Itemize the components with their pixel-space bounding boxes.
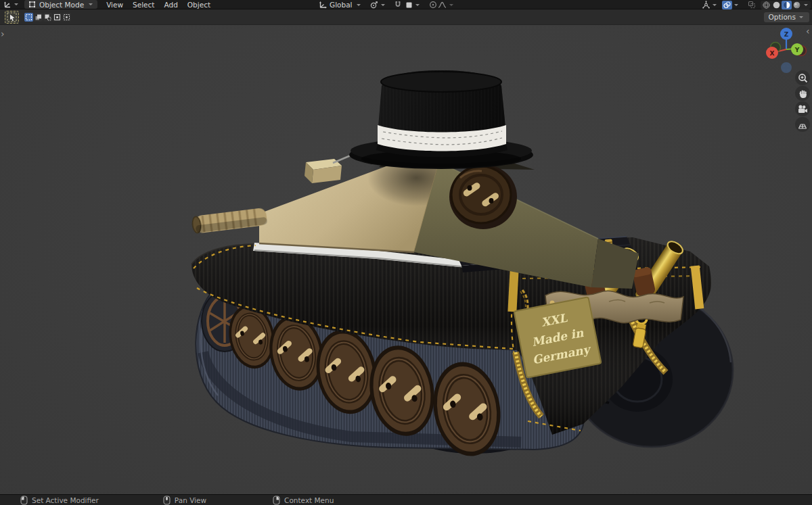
gizmo-axis-y[interactable]: Y xyxy=(791,43,803,55)
snap-magnet-icon[interactable] xyxy=(393,1,403,9)
toggle-xray-icon[interactable] xyxy=(747,1,757,9)
select-mode-extend[interactable] xyxy=(34,13,43,22)
menu-add[interactable]: Add xyxy=(159,1,182,9)
select-mode-invert[interactable] xyxy=(53,13,62,22)
camera-icon xyxy=(797,104,808,114)
svg-text:Y: Y xyxy=(794,47,800,53)
status-hint-label: Set Active Modifier xyxy=(32,496,99,504)
gun-barrel[interactable] xyxy=(191,208,267,234)
select-mode-subtract[interactable] xyxy=(43,13,52,22)
hand-icon xyxy=(798,89,808,99)
middle-mouse-icon xyxy=(163,496,171,505)
orientation-caret[interactable] xyxy=(357,4,361,6)
shading-solid-icon[interactable] xyxy=(771,1,782,9)
falloff-caret[interactable] xyxy=(449,4,453,6)
status-hint-label: Pan View xyxy=(175,496,206,504)
status-hint-lmb: Set Active Modifier xyxy=(20,496,99,505)
status-bar: Set Active Modifier Pan View Context Men… xyxy=(0,494,812,505)
shading-mode-group xyxy=(761,1,811,9)
menu-select[interactable]: Select xyxy=(128,1,159,9)
status-hint-rmb: Context Menu xyxy=(273,496,334,505)
orientation-value[interactable]: Global xyxy=(330,1,353,9)
turret-hatch xyxy=(304,155,351,183)
select-mode-intersect[interactable] xyxy=(62,13,71,22)
mode-selector-caret xyxy=(89,3,93,5)
object-mode-icon xyxy=(27,0,37,9)
svg-text:X: X xyxy=(770,50,775,57)
navigation-gizmo[interactable]: Z X Y xyxy=(762,27,812,74)
toggle-perspective-button[interactable] xyxy=(795,117,810,132)
snap-caret[interactable] xyxy=(415,4,420,6)
gizmo-axis-neg-z[interactable] xyxy=(781,62,792,73)
show-overlays-icon[interactable] xyxy=(722,1,732,9)
shading-caret[interactable] xyxy=(804,4,808,6)
falloff-curve-icon[interactable] xyxy=(438,1,447,9)
sidebar-expand-toggle[interactable]: ‹ xyxy=(806,27,810,35)
left-mouse-icon xyxy=(20,496,28,505)
select-box-tool-button[interactable] xyxy=(5,11,19,24)
shading-rendered-icon[interactable] xyxy=(792,1,802,9)
made-in-germany-label: XXL Made in Germany xyxy=(514,297,601,378)
status-hint-mmb: Pan View xyxy=(163,496,206,505)
transform-orientation-icon xyxy=(318,1,328,9)
viewport-canvas[interactable]: › ‹ xyxy=(0,26,812,494)
tool-settings-bar xyxy=(0,9,812,25)
show-gizmo-icon[interactable] xyxy=(701,1,710,9)
grid-icon xyxy=(797,120,808,130)
svg-text:Z: Z xyxy=(784,31,789,38)
gizmo-axis-z[interactable]: Z xyxy=(780,28,792,40)
menu-view[interactable]: View xyxy=(102,1,128,9)
mode-selector[interactable]: Object Mode xyxy=(24,0,97,9)
camera-view-button[interactable] xyxy=(795,101,810,116)
editor-type-icon[interactable] xyxy=(3,0,12,9)
status-hint-label: Context Menu xyxy=(284,496,334,504)
turret-button[interactable] xyxy=(449,164,517,229)
shading-material-icon[interactable] xyxy=(782,1,792,9)
select-mode-set[interactable] xyxy=(24,13,33,22)
proportional-editing-icon[interactable] xyxy=(428,1,438,9)
zoom-button[interactable] xyxy=(795,70,810,85)
pivot-point-icon[interactable] xyxy=(369,1,379,9)
right-mouse-icon xyxy=(273,496,280,505)
pivot-caret[interactable] xyxy=(381,4,385,6)
overlays-caret[interactable] xyxy=(734,4,738,6)
tank-model[interactable]: XXL Made in Germany xyxy=(0,26,812,494)
options-caret xyxy=(799,16,803,18)
mode-selector-label: Object Mode xyxy=(39,1,84,9)
toolbar-expand-toggle[interactable]: › xyxy=(1,30,5,38)
gizmo-caret[interactable] xyxy=(713,4,717,6)
top-menu-bar: Object Mode View Select Add Object Globa… xyxy=(0,0,812,9)
snap-target-icon[interactable] xyxy=(405,1,413,9)
options-button[interactable]: Options xyxy=(764,12,809,22)
shading-wireframe-icon[interactable] xyxy=(761,1,771,9)
options-label: Options xyxy=(768,13,796,21)
editor-type-caret[interactable] xyxy=(14,3,18,5)
move-view-button[interactable] xyxy=(795,86,810,101)
gizmo-axis-x[interactable]: X xyxy=(766,47,778,59)
top-hat[interactable] xyxy=(349,70,533,169)
menu-object[interactable]: Object xyxy=(183,1,215,9)
